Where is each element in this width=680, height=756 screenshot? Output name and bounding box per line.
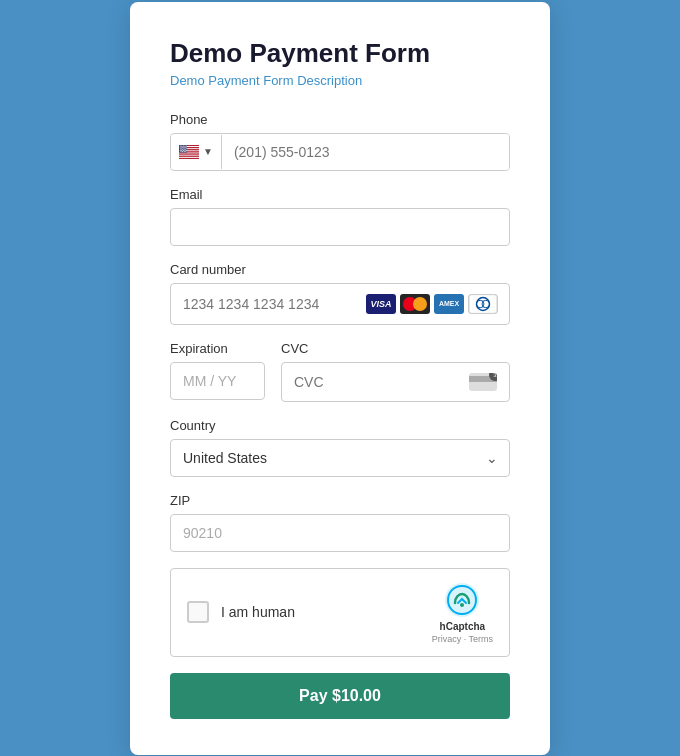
svg-rect-12 (179, 157, 199, 158)
card-number-wrapper: VISA AMEX (170, 283, 510, 325)
email-label: Email (170, 187, 510, 202)
zip-group: ZIP (170, 493, 510, 552)
svg-point-33 (181, 149, 182, 150)
expiry-label: Expiration (170, 341, 265, 356)
cvc-wrapper: 3 (281, 362, 510, 402)
phone-input-wrapper: ▼ (170, 133, 510, 171)
svg-point-26 (185, 147, 186, 148)
phone-flag-chevron: ▼ (203, 146, 213, 157)
phone-label: Phone (170, 112, 510, 127)
country-label: Country (170, 418, 510, 433)
svg-point-28 (181, 148, 182, 149)
captcha-links: Privacy · Terms (432, 634, 493, 644)
svg-point-39 (184, 151, 185, 152)
svg-point-19 (181, 146, 182, 147)
country-group: Country United States Canada United King… (170, 418, 510, 477)
svg-point-30 (184, 148, 185, 149)
svg-point-15 (181, 145, 182, 146)
captcha-left: I am human (187, 601, 295, 623)
svg-point-36 (186, 149, 187, 150)
expiry-cvc-row: Expiration CVC 3 (170, 341, 510, 402)
svg-rect-7 (179, 152, 199, 153)
phone-flag-button[interactable]: ▼ (171, 135, 222, 169)
cvc-group: CVC 3 (281, 341, 510, 402)
country-select-wrapper: United States Canada United Kingdom Aust… (170, 439, 510, 477)
form-title: Demo Payment Form (170, 38, 510, 69)
hcaptcha-logo-icon (443, 581, 481, 619)
svg-point-16 (183, 145, 184, 146)
expiry-input[interactable] (170, 362, 265, 400)
svg-point-23 (180, 147, 181, 148)
email-group: Email (170, 187, 510, 246)
svg-point-14 (180, 145, 181, 146)
visa-icon: VISA (366, 294, 396, 314)
svg-point-17 (185, 145, 186, 146)
zip-label: ZIP (170, 493, 510, 508)
captcha-checkbox[interactable] (187, 601, 209, 623)
us-flag-icon (179, 145, 199, 159)
country-select[interactable]: United States Canada United Kingdom Aust… (170, 439, 510, 477)
diners-icon (468, 294, 498, 314)
svg-point-34 (183, 149, 184, 150)
pay-button[interactable]: Pay $10.00 (170, 673, 510, 719)
cvc-card-icon: 3 (469, 373, 497, 391)
svg-point-47 (460, 603, 464, 607)
cvc-input[interactable] (294, 374, 469, 390)
svg-point-18 (186, 145, 187, 146)
cvc-label: CVC (281, 341, 510, 356)
svg-rect-9 (179, 154, 199, 155)
captcha-box: I am human hCaptcha Privacy · Terms (170, 568, 510, 657)
svg-rect-10 (179, 155, 199, 156)
hcaptcha-brand: hCaptcha (440, 621, 486, 632)
svg-point-40 (185, 151, 186, 152)
amex-icon: AMEX (434, 294, 464, 314)
phone-group: Phone (170, 112, 510, 171)
svg-point-20 (182, 146, 183, 147)
svg-point-31 (185, 148, 186, 149)
email-input[interactable] (170, 208, 510, 246)
captcha-label: I am human (221, 604, 295, 620)
svg-point-32 (180, 149, 181, 150)
svg-point-27 (186, 147, 187, 148)
svg-point-29 (182, 148, 183, 149)
card-number-group: Card number VISA AMEX (170, 262, 510, 325)
svg-point-22 (185, 146, 186, 147)
svg-rect-8 (179, 153, 199, 154)
card-number-label: Card number (170, 262, 510, 277)
expiry-group: Expiration (170, 341, 265, 402)
phone-input[interactable] (222, 134, 509, 170)
svg-point-37 (181, 151, 182, 152)
captcha-right: hCaptcha Privacy · Terms (432, 581, 493, 644)
svg-point-35 (185, 149, 186, 150)
card-brand-icons: VISA AMEX (366, 294, 498, 314)
svg-point-25 (183, 147, 184, 148)
zip-input[interactable] (170, 514, 510, 552)
payment-form-card: Demo Payment Form Demo Payment Form Desc… (130, 2, 550, 755)
card-number-input[interactable] (183, 296, 358, 312)
mastercard-icon (400, 294, 430, 314)
svg-point-38 (182, 151, 183, 152)
svg-rect-11 (179, 156, 199, 157)
svg-point-21 (184, 146, 185, 147)
cvc-badge: 3 (489, 373, 497, 381)
svg-point-24 (181, 147, 182, 148)
form-description: Demo Payment Form Description (170, 73, 510, 88)
